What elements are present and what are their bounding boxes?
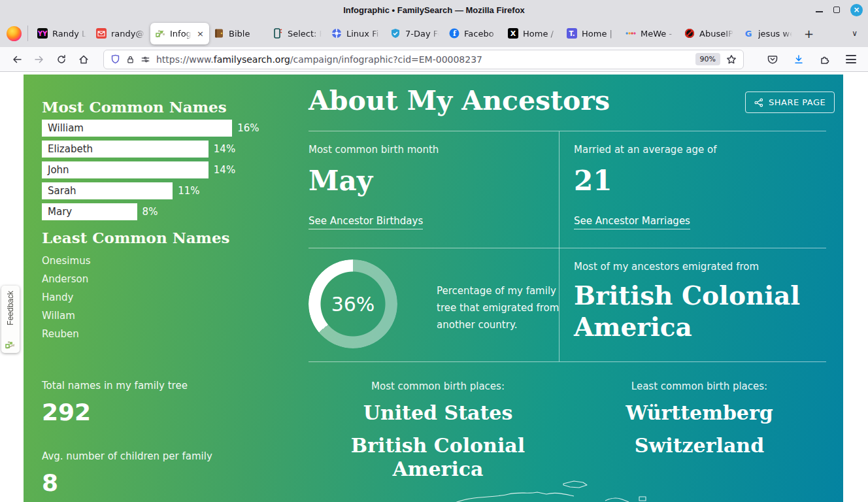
most-common-birth-places: Most common birth places: United StatesB… xyxy=(309,380,567,481)
most-common-names-title: Most Common Names xyxy=(42,98,227,116)
least-common-birth-places: Least common birth places: WürttembergSw… xyxy=(570,380,829,458)
familysearch-tree-icon xyxy=(155,28,165,39)
tab-home-t[interactable]: T.Home | T xyxy=(562,23,621,44)
facebook-icon: f xyxy=(449,28,459,39)
linux-icon xyxy=(331,28,342,39)
mail-icon xyxy=(96,28,107,39)
tab-label: Bible xyxy=(229,29,263,39)
minimize-button[interactable] xyxy=(816,11,823,12)
bookmark-star-icon[interactable] xyxy=(726,54,737,65)
url-domain: familysearch.org xyxy=(214,54,290,65)
home-button[interactable] xyxy=(73,50,94,69)
tab-label: Linux Fi xyxy=(346,29,381,39)
tracking-shield-icon[interactable] xyxy=(110,54,120,64)
emigrated-from-label: Most of my ancestors emigrated from xyxy=(574,261,759,273)
least-common-name: Onesimus xyxy=(42,255,90,267)
birth-place: Württemberg xyxy=(570,401,829,425)
app-menu-icon[interactable] xyxy=(841,50,861,69)
see-ancestor-marriages-link[interactable]: See Ancestor Marriages xyxy=(574,215,690,229)
tab-randy[interactable]: randy@ xyxy=(92,23,150,44)
tab-jesus-we[interactable]: Gjesus we xyxy=(739,23,797,44)
name-bar-row: Mary8% xyxy=(42,203,259,220)
forward-button[interactable] xyxy=(29,50,50,69)
tab-label: 7-Day Fo xyxy=(405,29,440,39)
least-common-names-list: OnesimusAndersonHandyWillamReuben xyxy=(42,255,90,346)
tab-list-chevron-icon[interactable]: ∨ xyxy=(846,29,863,38)
google-icon: G xyxy=(743,28,754,39)
select-icon xyxy=(273,28,283,39)
url-text[interactable]: https://www.familysearch.org/campaign/in… xyxy=(156,54,690,65)
total-names-value: 292 xyxy=(42,399,91,426)
name-bar-percent: 14% xyxy=(214,143,235,155)
window-titlebar: Infographic • FamilySearch — Mozilla Fir… xyxy=(0,0,868,20)
name-bar-label: Elizabeth xyxy=(48,143,93,155)
lock-icon[interactable] xyxy=(126,55,135,64)
most-birth-places-label: Most common birth places: xyxy=(309,380,567,392)
tab-home-x[interactable]: XHome / X xyxy=(503,23,562,44)
least-birth-places-label: Least common birth places: xyxy=(570,380,829,392)
tab-bible[interactable]: Bible xyxy=(209,23,268,44)
divider xyxy=(309,131,826,131)
downloads-icon[interactable] xyxy=(788,50,809,69)
name-bars-chart: William16%Elizabeth14%John14%Sarah11%Mar… xyxy=(42,120,259,224)
name-bar-label: Mary xyxy=(48,206,72,218)
avg-children-value: 8 xyxy=(42,469,58,496)
tab-abuseip[interactable]: AbuseIP xyxy=(680,23,739,44)
feedback-label: Feedback xyxy=(6,291,15,326)
url-bar[interactable]: https://www.familysearch.org/campaign/in… xyxy=(103,50,744,69)
divider xyxy=(309,361,826,362)
least-common-name: Anderson xyxy=(42,273,90,285)
tab-label: Select: F xyxy=(288,29,322,39)
share-page-label: SHARE PAGE xyxy=(769,97,826,107)
tab-label: Facebo xyxy=(464,29,499,39)
name-bar-row: Sarah11% xyxy=(42,182,259,199)
name-bar: Mary xyxy=(42,203,137,220)
svg-text:ΥΥ: ΥΥ xyxy=(37,30,48,37)
tab-facebo[interactable]: fFacebo xyxy=(444,23,503,44)
name-bar-row: William16% xyxy=(42,120,259,137)
emigration-percentage: 36% xyxy=(309,259,397,348)
firefox-logo-icon[interactable] xyxy=(7,26,22,41)
tab-close-icon[interactable]: × xyxy=(196,29,205,39)
tabs-container: ΥΥRandy Lrandy@Infogr×BibleSelect: FLinu… xyxy=(33,23,797,44)
new-tab-button[interactable]: + xyxy=(797,27,820,41)
window-title: Infographic • FamilySearch — Mozilla Fir… xyxy=(343,5,525,15)
name-bar-row: Elizabeth14% xyxy=(42,141,259,158)
extensions-puzzle-icon[interactable] xyxy=(814,50,835,69)
tab-linux-fi[interactable]: Linux Fi xyxy=(327,23,386,44)
tab-randy-l[interactable]: ΥΥRandy L xyxy=(33,23,92,44)
name-bar: John xyxy=(42,161,209,178)
tumblr-icon: T. xyxy=(567,28,577,39)
tab-label: AbuseIP xyxy=(699,29,734,39)
name-bar-row: John14% xyxy=(42,161,259,178)
reload-button[interactable] xyxy=(51,50,72,69)
tab-mewe[interactable]: MeWe - xyxy=(621,23,680,44)
least-common-name: Handy xyxy=(42,292,90,303)
svg-text:T.: T. xyxy=(569,30,575,37)
tab-label: randy@ xyxy=(111,29,146,39)
name-bar-percent: 14% xyxy=(214,164,235,176)
permissions-icon[interactable] xyxy=(141,55,150,64)
toolbar-right-icons xyxy=(762,50,861,69)
see-ancestor-birthdays-link[interactable]: See Ancestor Birthdays xyxy=(309,215,423,229)
tab-label: Randy L xyxy=(52,29,87,39)
tab-infogr[interactable]: Infogr× xyxy=(150,23,209,44)
zoom-level-badge[interactable]: 90% xyxy=(695,53,720,65)
maximize-button[interactable] xyxy=(833,7,840,13)
mewe-icon xyxy=(626,28,636,39)
pocket-icon[interactable] xyxy=(762,50,783,69)
feedback-tab[interactable]: Feedback xyxy=(1,286,20,353)
tab-7-day-fo[interactable]: 7-Day Fo xyxy=(386,23,444,44)
share-page-button[interactable]: SHARE PAGE xyxy=(745,92,835,113)
name-bar-label: Sarah xyxy=(48,185,76,197)
close-window-button[interactable]: × xyxy=(850,4,863,16)
tab-select-f[interactable]: Select: F xyxy=(268,23,327,44)
bible-icon xyxy=(214,28,224,39)
avg-children-label: Avg. number of children per family xyxy=(42,450,212,462)
name-bar-percent: 11% xyxy=(178,185,199,197)
back-button[interactable] xyxy=(7,50,27,69)
svg-text:X: X xyxy=(510,29,516,38)
birth-month-value: May xyxy=(309,165,373,197)
profile-m-icon: ΥΥ xyxy=(37,28,48,39)
most-birth-places-list: United StatesBritish Colonial America xyxy=(309,401,567,481)
